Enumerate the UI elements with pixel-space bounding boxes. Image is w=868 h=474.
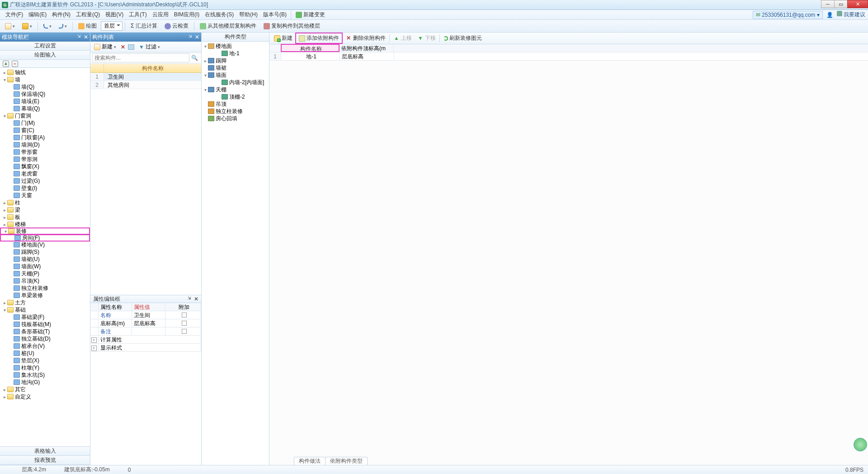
tree-node[interactable]: ▸土方 [0, 299, 90, 306]
tree-node[interactable]: 保温墙(Q) [0, 90, 90, 98]
tree-node[interactable]: 天窗 [0, 192, 90, 199]
feedback-link[interactable]: 我要建议 [837, 11, 865, 19]
module-tree[interactable]: ▸轴线▾墙墙(Q)保温墙(Q)墙垛(E)幕墙(Q)▾门窗洞门(M)窗(C)门联窗… [0, 68, 90, 446]
row-name[interactable]: 地-1 [281, 52, 340, 60]
component-row[interactable]: 1卫生间 [90, 73, 201, 81]
tree-node[interactable]: 天棚(P) [0, 270, 90, 277]
expand-all-button[interactable]: + [3, 61, 9, 67]
pin-icon[interactable]: ⇲ [77, 34, 82, 38]
ctype-node[interactable]: 独立柱装修 [202, 108, 269, 115]
prop-add[interactable] [165, 319, 201, 327]
draw-button[interactable]: 绘图 [75, 21, 100, 31]
tree-node[interactable]: 地沟(G) [0, 379, 90, 386]
prop-add[interactable] [165, 311, 201, 319]
tree-node[interactable]: 老虎窗 [0, 170, 90, 177]
tree-node[interactable]: 窗(C) [0, 127, 90, 134]
ctype-node[interactable]: 顶棚-2 [202, 93, 269, 100]
tree-node[interactable]: 过梁(G) [0, 177, 90, 185]
pin-icon[interactable]: ⇲ [189, 34, 193, 38]
tree-node[interactable]: 筏板基础(M) [0, 321, 90, 328]
tree-node[interactable]: 墙(Q) [0, 83, 90, 90]
tree-node[interactable]: 楼地面(V) [0, 241, 90, 248]
connect-icon[interactable]: 👤 [826, 12, 833, 18]
redo-button[interactable] [56, 23, 70, 30]
tree-node[interactable]: ▾基础 [0, 306, 90, 313]
property-expand-row[interactable]: +计算属性 [90, 336, 201, 344]
ctype-node[interactable]: ▾墙面 [202, 71, 269, 79]
copy-from-button[interactable]: 从其他楼层复制构件 [197, 21, 259, 31]
new-file-button[interactable] [2, 22, 18, 31]
tree-node[interactable]: 带形洞 [0, 156, 90, 163]
tree-node[interactable]: 吊顶(K) [0, 277, 90, 284]
tree-node[interactable]: 房间(F) [0, 234, 90, 242]
menu-view[interactable]: 视图(V) [103, 10, 126, 19]
tree-node[interactable]: 柱墩(Y) [0, 364, 90, 371]
tree-node[interactable]: ▸轴线 [0, 69, 90, 76]
checkbox-icon[interactable] [182, 329, 187, 334]
menu-online[interactable]: 在线服务(S) [202, 10, 236, 19]
delete-button[interactable]: ✕ [121, 44, 125, 50]
minimize-button[interactable]: ─ [821, 0, 835, 8]
tab-construction-method[interactable]: 构件做法 [294, 457, 326, 465]
ctype-node[interactable]: 房心回填 [202, 115, 269, 122]
user-badge[interactable]: ✉ 2533056131@qq.com ▾ [753, 11, 823, 19]
detail-new-button[interactable]: 新建 [271, 33, 295, 43]
move-down-button[interactable]: ▼下移 [415, 33, 439, 43]
menu-file[interactable]: 文件(F) [3, 10, 26, 19]
tree-node[interactable]: 基础梁(F) [0, 313, 90, 321]
property-row[interactable]: 名称卫生间 [90, 311, 201, 319]
prop-value[interactable]: 卫生间 [132, 311, 165, 319]
table-input-tab[interactable]: 表格输入 [0, 447, 90, 456]
floor-select[interactable]: 首层 [101, 21, 123, 31]
tree-node[interactable]: 门联窗(A) [0, 134, 90, 141]
tree-node[interactable]: ▾门窗洞 [0, 112, 90, 119]
menu-quantity[interactable]: 工程量(Q) [73, 10, 103, 19]
prop-add[interactable] [165, 327, 201, 335]
undo-button[interactable] [40, 23, 55, 30]
property-row[interactable]: 备注 [90, 327, 201, 336]
tree-node[interactable]: 门(M) [0, 119, 90, 127]
tree-node[interactable]: 带形窗 [0, 148, 90, 156]
panel-close-icon[interactable]: ✕ [195, 34, 199, 40]
list-new-button[interactable]: 新建 [92, 42, 118, 52]
tree-node[interactable]: ▸其它 [0, 386, 90, 393]
delete-dependent-button[interactable]: ✕删除依附构件 [343, 33, 388, 43]
prop-value[interactable]: 层底标高 [132, 319, 165, 327]
row-elevation[interactable]: 层底标高 [340, 52, 394, 60]
search-input[interactable] [92, 53, 189, 62]
search-button[interactable]: 🔍 [189, 53, 199, 62]
tree-node[interactable]: ▾装修 [0, 228, 90, 235]
tree-node[interactable]: 墙面(W) [0, 263, 90, 270]
assistant-badge[interactable] [854, 438, 867, 451]
tree-node[interactable]: ▸梁 [0, 206, 90, 213]
menu-edit[interactable]: 编辑(E) [26, 10, 49, 19]
menu-cloud[interactable]: 云应用 [150, 10, 171, 19]
report-preview-tab[interactable]: 报表预览 [0, 456, 90, 465]
tree-node[interactable]: 独立基础(D) [0, 335, 90, 342]
tab-dependent-type[interactable]: 依附构件类型 [325, 457, 368, 465]
copy-button[interactable] [128, 44, 134, 50]
pin-icon[interactable]: ⇲ [188, 296, 192, 300]
tree-node[interactable]: 集水坑(S) [0, 371, 90, 379]
tree-node[interactable]: 桩(U) [0, 350, 90, 357]
tree-node[interactable]: 墙垛(E) [0, 98, 90, 105]
tree-node[interactable]: 壁龛(I) [0, 185, 90, 192]
tree-node[interactable]: 踢脚(S) [0, 248, 90, 256]
tree-node[interactable]: 幕墙(Q) [0, 105, 90, 112]
filter-button[interactable]: ▼过滤 [137, 42, 162, 52]
engineering-settings-tab[interactable]: 工程设置 [0, 42, 90, 51]
sum-button[interactable]: Σ 汇总计算 [127, 21, 160, 31]
panel-close-icon[interactable]: ✕ [194, 296, 198, 302]
ctype-node[interactable]: ▾天棚 [202, 86, 269, 93]
ctype-tree[interactable]: ▾楼地面地-1▸踢脚墙裙▾墙面内墙-2[内墙面]▾天棚顶棚-2吊顶独立柱装修房心… [202, 42, 269, 465]
tree-node[interactable]: 条形基础(T) [0, 328, 90, 335]
open-file-button[interactable] [19, 22, 35, 31]
ctype-node[interactable]: ▾楼地面 [202, 43, 269, 50]
menu-version[interactable]: 版本号(B) [260, 10, 289, 19]
collapse-all-button[interactable]: − [12, 61, 18, 67]
tree-node[interactable]: 墙洞(D) [0, 141, 90, 148]
add-dependent-button[interactable]: 添加依附构件 [295, 33, 343, 44]
ctype-node[interactable]: 墙裙 [202, 64, 269, 71]
expand-button[interactable]: + [90, 344, 99, 351]
copy-to-button[interactable]: 复制构件到其他楼层 [260, 21, 323, 31]
